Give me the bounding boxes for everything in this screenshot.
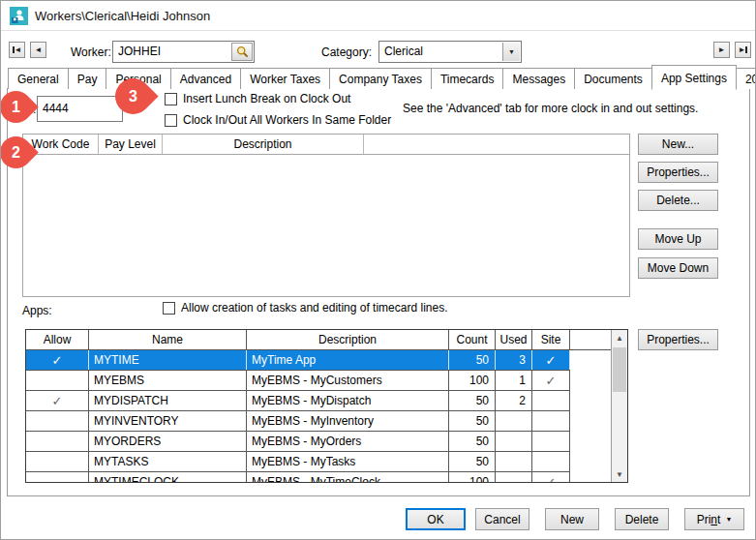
workcode-new-button[interactable]: New...: [638, 134, 718, 155]
app-cell-name: MYORDERS: [89, 432, 247, 451]
apps-scrollbar[interactable]: ▲ ▼: [611, 330, 627, 482]
tab-pay[interactable]: Pay: [68, 68, 107, 89]
scroll-down-icon[interactable]: ▼: [612, 466, 627, 482]
worker-label: Worker:: [71, 45, 111, 59]
apps-properties-button[interactable]: Properties...: [638, 329, 718, 350]
allow-tasks-label: Allow creation of tasks and editing of t…: [181, 301, 447, 315]
tab-general[interactable]: General: [8, 68, 69, 89]
app-row-myebms[interactable]: MYEBMSMyEBMS - MyCustomers1001✓: [26, 371, 570, 391]
app-cell-description: MyEBMS - MyCustomers: [247, 371, 449, 390]
allow-check-icon: ✓: [52, 353, 63, 368]
insert-lunch-checkbox[interactable]: [165, 93, 177, 105]
callout-number: 3: [115, 78, 151, 114]
insert-lunch-label: Insert Lunch Break on Clock Out: [183, 92, 350, 105]
app-cell-description: MyEBMS - MyTimeClock: [247, 472, 449, 482]
next-record-button[interactable]: ►: [713, 42, 730, 58]
print-dropdown-icon[interactable]: ▼: [725, 516, 732, 523]
workers-app-icon: [10, 7, 28, 25]
previous-record-button[interactable]: ◄: [30, 42, 46, 58]
app-cell-used: [496, 411, 532, 431]
app-cell-allow: [26, 371, 89, 390]
cancel-button[interactable]: Cancel: [475, 508, 529, 530]
apps-label: Apps:: [22, 304, 52, 317]
pin-field[interactable]: 4444: [37, 96, 123, 122]
tab-advanced[interactable]: Advanced: [170, 68, 241, 89]
app-cell-count: 50: [449, 452, 496, 471]
callout-number: 2: [0, 136, 32, 168]
first-record-button[interactable]: ◄: [9, 42, 25, 58]
apps-col-description[interactable]: Description: [247, 330, 449, 349]
app-cell-description: MyEBMS - MyTasks: [247, 452, 449, 471]
worker-lookup-button[interactable]: [231, 43, 253, 61]
app-cell-allow: [26, 411, 89, 431]
app-cell-count: 50: [449, 391, 496, 410]
tab-app-settings[interactable]: App Settings: [651, 65, 737, 90]
app-cell-site: ✓: [532, 350, 570, 370]
site-check-icon: ✓: [546, 353, 557, 368]
tab-timecards[interactable]: Timecards: [431, 68, 504, 89]
app-row-mytasks[interactable]: MYTASKSMyEBMS - MyTasks50: [26, 452, 570, 472]
app-row-myorders[interactable]: MYORDERSMyEBMS - MyOrders50: [26, 432, 570, 452]
category-value: Clerical: [384, 45, 423, 58]
workcode-delete-button[interactable]: Delete...: [638, 190, 718, 211]
scroll-up-icon[interactable]: ▲: [612, 330, 627, 345]
clock-all-checkline: Clock In/Out All Workers In Same Folder: [165, 113, 391, 127]
workcodes-col-pay-level[interactable]: Pay Level: [99, 135, 163, 154]
app-cell-allow: [26, 472, 89, 482]
tab-2017[interactable]: 2017: [736, 68, 756, 89]
scrollbar-thumb[interactable]: [613, 347, 626, 392]
apps-table[interactable]: AllowNameDescriptionCountUsedSite ✓MYTIM…: [25, 329, 628, 483]
apps-col-name[interactable]: Name: [89, 330, 247, 349]
app-row-mydispatch[interactable]: ✓MYDISPATCHMyEBMS - MyDispatch502: [26, 391, 570, 411]
apps-col-site[interactable]: Site: [532, 330, 570, 349]
workcodes-col-description[interactable]: Description: [163, 135, 364, 154]
prev-arrow-icon: ◄: [35, 46, 43, 54]
work-codes-table[interactable]: Work CodePay LevelDescription: [22, 134, 630, 297]
print-button[interactable]: Print▼: [684, 508, 744, 530]
app-cell-name: MYTIME: [89, 350, 247, 370]
app-row-mytime[interactable]: ✓MYTIMEMyTime App503✓: [26, 350, 570, 371]
apps-col-used[interactable]: Used: [496, 330, 532, 349]
app-cell-site: ✓: [532, 371, 570, 390]
last-record-button[interactable]: ►: [735, 42, 751, 58]
site-check-icon: ✓: [546, 374, 557, 388]
move-up-button[interactable]: Move Up: [638, 228, 718, 250]
tab-worker-taxes[interactable]: Worker Taxes: [240, 68, 330, 89]
new-button[interactable]: New: [545, 508, 599, 530]
allow-tasks-checkbox[interactable]: [163, 302, 175, 315]
app-cell-used: [496, 452, 532, 471]
category-dropdown[interactable]: Clerical ▼: [378, 41, 522, 63]
apps-col-allow[interactable]: Allow: [26, 330, 89, 349]
app-cell-site: ✓: [532, 472, 570, 482]
app-cell-count: 50: [449, 432, 496, 451]
allow-tasks-checkline: Allow creation of tasks and editing of t…: [163, 301, 447, 315]
tab-company-taxes[interactable]: Company Taxes: [329, 68, 432, 89]
tab-documents[interactable]: Documents: [574, 68, 652, 89]
tab-messages[interactable]: Messages: [502, 68, 575, 89]
last-bar-icon: [745, 46, 747, 53]
delete-button[interactable]: Delete: [615, 508, 669, 530]
app-row-mytimeclock[interactable]: MYTIMECLOCKMyEBMS - MyTimeClock100✓: [26, 472, 570, 482]
apps-table-body: ✓MYTIMEMyTime App503✓MYEBMSMyEBMS - MyCu…: [26, 350, 627, 482]
worker-field[interactable]: JOHHEI: [112, 41, 255, 63]
app-cell-site: [532, 432, 570, 451]
app-row-myinventory[interactable]: MYINVENTORYMyEBMS - MyInventory50: [26, 411, 570, 432]
chevron-down-icon[interactable]: ▼: [502, 43, 520, 61]
allow-check-icon: ✓: [52, 394, 63, 408]
app-cell-name: MYINVENTORY: [89, 411, 247, 431]
title-bar: Workers\Clerical\Heidi Johnson: [1, 1, 755, 31]
app-cell-site: [532, 452, 570, 471]
workcode-properties-button[interactable]: Properties...: [638, 162, 718, 183]
callout-badge-2: 2: [0, 136, 32, 168]
app-cell-name: MYEBMS: [89, 371, 247, 390]
app-cell-used: [496, 432, 532, 451]
clock-all-checkbox[interactable]: [165, 114, 177, 127]
app-cell-count: 100: [449, 371, 496, 390]
app-cell-site: [532, 411, 570, 431]
app-cell-allow: [26, 452, 89, 471]
app-cell-used: 1: [496, 371, 532, 390]
ok-button[interactable]: OK: [406, 508, 466, 530]
move-down-button[interactable]: Move Down: [638, 257, 718, 279]
apps-col-count[interactable]: Count: [449, 330, 496, 349]
work-codes-header: Work CodePay LevelDescription: [23, 135, 629, 155]
